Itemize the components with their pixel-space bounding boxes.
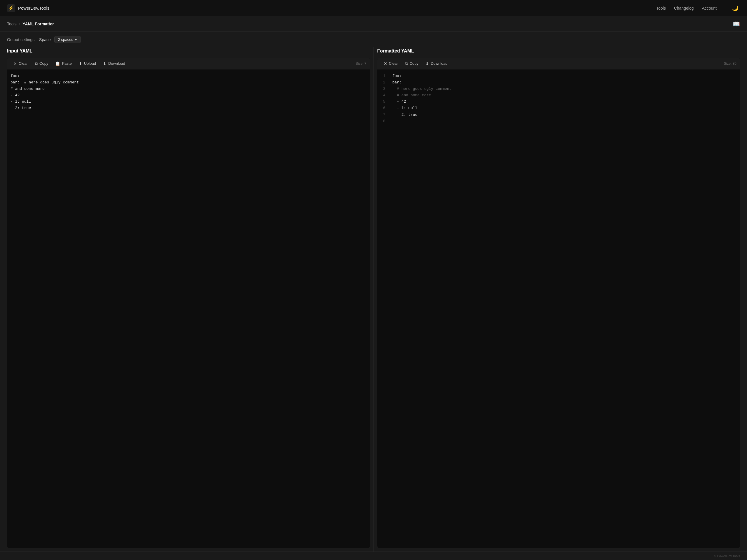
main-content: Input YAML ✕ Clear ⧉ Copy 📋 Paste ⬆ Uplo… bbox=[0, 47, 747, 552]
input-editor-area: foo: bar: # here goes ugly comment # and… bbox=[7, 70, 370, 548]
breadcrumb: Tools › YAML Formatter bbox=[7, 22, 54, 26]
logo-icon: ⚡ bbox=[7, 4, 15, 12]
input-panel-title: Input YAML bbox=[7, 47, 370, 55]
output-code: foo:bar: # here goes ugly comment # and … bbox=[389, 73, 740, 544]
download-icon: ⬇ bbox=[103, 61, 106, 66]
line-numbers: 12345678 bbox=[377, 73, 389, 544]
paste-icon: 📋 bbox=[55, 61, 60, 66]
footer: © PowerDev.Tools bbox=[0, 552, 747, 560]
logo-area: ⚡ PowerDev.Tools bbox=[7, 4, 656, 12]
top-navigation: ⚡ PowerDev.Tools Tools Changelog Account… bbox=[0, 0, 747, 16]
input-paste-button[interactable]: 📋 Paste bbox=[52, 60, 74, 68]
output-clear-button[interactable]: ✕ Clear bbox=[381, 60, 401, 68]
space-dropdown[interactable]: 2 spaces ▾ bbox=[54, 36, 81, 43]
dropdown-arrow-icon: ▾ bbox=[75, 37, 77, 42]
input-download-button[interactable]: ⬇ Download bbox=[100, 60, 128, 68]
input-panel: Input YAML ✕ Clear ⧉ Copy 📋 Paste ⬆ Uplo… bbox=[0, 47, 374, 552]
copy-icon: ⧉ bbox=[405, 61, 408, 66]
logo-text: PowerDev.Tools bbox=[18, 5, 49, 10]
clear-icon: ✕ bbox=[384, 61, 387, 66]
output-toolbar: ✕ Clear ⧉ Copy ⬇ Download Size: 86 bbox=[377, 58, 740, 70]
input-size-label: Size: 7 bbox=[356, 61, 366, 65]
input-copy-button[interactable]: ⧉ Copy bbox=[32, 59, 51, 68]
output-editor-container: ✕ Clear ⧉ Copy ⬇ Download Size: 86 12345… bbox=[377, 58, 740, 548]
breadcrumb-parent[interactable]: Tools bbox=[7, 22, 17, 26]
input-editor-container: ✕ Clear ⧉ Copy 📋 Paste ⬆ Upload ⬇ Dow bbox=[7, 58, 370, 548]
output-panel-title: Formatted YAML bbox=[377, 47, 740, 55]
output-panel: Formatted YAML ✕ Clear ⧉ Copy ⬇ Download… bbox=[374, 47, 747, 552]
theme-toggle-button[interactable]: 🌙 bbox=[731, 3, 740, 13]
settings-bar: Output settings: Space 2 spaces ▾ bbox=[0, 32, 747, 47]
output-copy-button[interactable]: ⧉ Copy bbox=[402, 59, 421, 68]
space-option-label: Space bbox=[39, 37, 51, 42]
nav-changelog[interactable]: Changelog bbox=[674, 6, 694, 10]
nav-account[interactable]: Account bbox=[702, 6, 717, 10]
clear-icon: ✕ bbox=[14, 61, 17, 66]
copy-icon: ⧉ bbox=[35, 61, 37, 66]
breadcrumb-separator: › bbox=[19, 22, 20, 26]
breadcrumb-current: YAML Formatter bbox=[23, 22, 54, 26]
nav-links: Tools Changelog Account 🌙 bbox=[656, 3, 740, 13]
download-icon: ⬇ bbox=[426, 61, 429, 66]
input-clear-button[interactable]: ✕ Clear bbox=[10, 60, 31, 68]
input-toolbar: ✕ Clear ⧉ Copy 📋 Paste ⬆ Upload ⬇ Dow bbox=[7, 58, 370, 70]
settings-label: Output settings: bbox=[7, 37, 35, 42]
input-textarea[interactable]: foo: bar: # here goes ugly comment # and… bbox=[7, 73, 370, 544]
documentation-icon[interactable]: 📖 bbox=[733, 20, 740, 27]
output-download-button[interactable]: ⬇ Download bbox=[422, 60, 450, 68]
nav-tools[interactable]: Tools bbox=[656, 6, 666, 10]
output-size-label: Size: 86 bbox=[724, 61, 737, 65]
input-upload-button[interactable]: ⬆ Upload bbox=[76, 60, 99, 68]
upload-icon: ⬆ bbox=[79, 61, 82, 66]
footer-text: © PowerDev.Tools bbox=[714, 554, 740, 558]
output-editor-area: 12345678 foo:bar: # here goes ugly comme… bbox=[377, 70, 740, 548]
breadcrumb-bar: Tools › YAML Formatter 📖 bbox=[0, 16, 747, 32]
